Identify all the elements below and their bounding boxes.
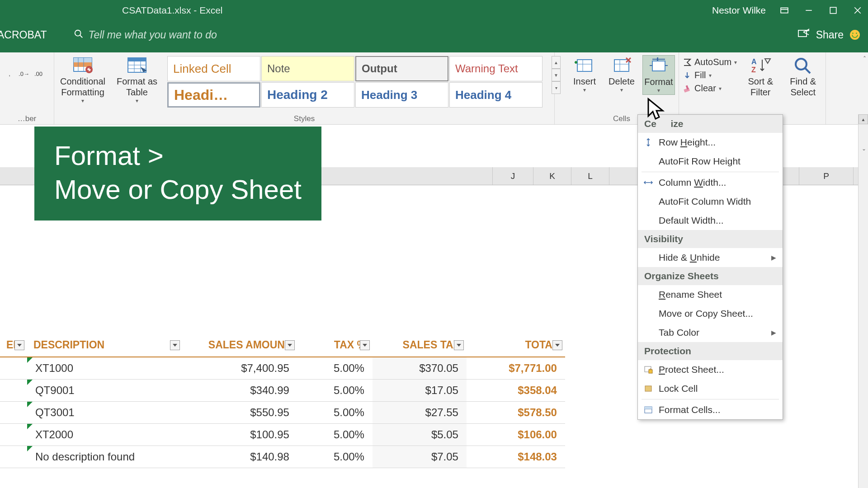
menu-protect-sheet[interactable]: Protect Sheet... xyxy=(638,360,783,379)
filter-button[interactable] xyxy=(14,340,24,350)
style-heading-1[interactable]: Headi… xyxy=(167,82,260,108)
th-sales-tax[interactable]: SALES TAX xyxy=(373,333,467,357)
table-row[interactable]: QT9001$340.995.00%$17.05$358.04 xyxy=(0,380,565,402)
menu-autofit-row[interactable]: AutoFit Row Height xyxy=(638,152,783,171)
style-warning[interactable]: Warning Text xyxy=(449,56,542,81)
menu-rename-sheet[interactable]: Rename Sheet xyxy=(638,285,783,304)
menu-col-width[interactable]: Column Width... xyxy=(638,173,783,192)
th-total[interactable]: TOTAL xyxy=(467,333,565,357)
share-icon[interactable] xyxy=(797,28,810,41)
th-er[interactable]: ER xyxy=(0,333,27,357)
formula-expand-icon[interactable]: ⌄ xyxy=(862,145,866,152)
style-heading-2[interactable]: Heading 2 xyxy=(261,82,354,108)
menu-row-height[interactable]: Row Height... xyxy=(638,133,783,152)
chevron-down-icon: ▾ xyxy=(583,87,586,93)
maximize-icon[interactable] xyxy=(827,5,839,16)
tell-me-placeholder: Tell me what you want to do xyxy=(88,29,217,41)
lock-cell-icon xyxy=(643,384,653,393)
editing-group: AutoSum▾ Fill▾ Clear▾ AZ Sort & Filter F… xyxy=(679,52,826,124)
minimize-icon[interactable] xyxy=(803,5,815,16)
col-header-l[interactable]: L xyxy=(571,167,609,185)
tell-me-search[interactable]: Tell me what you want to do xyxy=(74,29,217,45)
cell-styles-gallery[interactable]: Linked Cell Note Output Warning Text Hea… xyxy=(166,55,551,108)
style-linked-cell[interactable]: Linked Cell xyxy=(167,56,260,81)
th-tax-pct[interactable]: TAX % xyxy=(297,333,373,357)
menu-lock-cell[interactable]: Lock Cell xyxy=(638,379,783,398)
menu-default-width[interactable]: Default Width... xyxy=(638,211,783,230)
filter-button[interactable] xyxy=(170,340,180,350)
vertical-scrollbar[interactable]: ▲ xyxy=(858,114,868,488)
feedback-icon[interactable] xyxy=(850,30,860,40)
decrease-decimal-button[interactable]: .00 xyxy=(33,69,44,79)
ribbon-display-icon[interactable] xyxy=(778,5,790,16)
style-output[interactable]: Output xyxy=(355,56,448,81)
svg-line-7 xyxy=(80,35,83,38)
number-group-label: …ber xyxy=(4,113,50,123)
increase-decimal-button[interactable]: .0→ xyxy=(18,69,30,79)
find-select-button[interactable]: Find & Select xyxy=(784,55,822,98)
svg-rect-36 xyxy=(645,386,651,391)
menu-autofit-col[interactable]: AutoFit Column Width xyxy=(638,192,783,211)
gallery-more[interactable]: ▾ xyxy=(552,81,561,94)
table-row[interactable]: QT3001$550.955.00%$27.55$578.50 xyxy=(0,402,565,424)
th-sales-amount[interactable]: SALES AMOUNT xyxy=(183,333,297,357)
style-heading-4[interactable]: Heading 4 xyxy=(449,82,542,108)
share-button[interactable]: Share xyxy=(816,29,844,41)
window-title: CSATData1.xlsx - Excel xyxy=(122,5,223,16)
svg-rect-3 xyxy=(830,7,836,14)
filter-button[interactable] xyxy=(454,340,464,350)
protect-sheet-icon xyxy=(643,365,653,374)
styles-group-label: Styles xyxy=(58,113,551,123)
format-menu: Cell Size Row Height... AutoFit Row Heig… xyxy=(637,114,783,420)
col-header-p[interactable]: P xyxy=(799,167,854,185)
filter-button[interactable] xyxy=(285,340,295,350)
chevron-down-icon: ▾ xyxy=(81,98,84,104)
autosum-icon xyxy=(683,58,692,66)
filter-button[interactable] xyxy=(552,340,562,350)
svg-rect-21 xyxy=(577,60,592,71)
scroll-up-button[interactable]: ▲ xyxy=(859,114,868,124)
svg-rect-16 xyxy=(128,58,146,61)
delete-button[interactable]: Delete ▾ xyxy=(605,55,638,93)
sort-filter-button[interactable]: AZ Sort & Filter xyxy=(741,55,779,98)
col-header-k[interactable]: K xyxy=(533,167,571,185)
table-row[interactable]: XT2000$100.955.00%$5.05$106.00 xyxy=(0,424,565,446)
mouse-cursor xyxy=(646,97,665,124)
menu-move-copy-sheet[interactable]: Move or Copy Sheet... xyxy=(638,304,783,323)
format-as-table-button[interactable]: Format as Table ▾ xyxy=(112,55,162,104)
svg-rect-39 xyxy=(645,407,652,409)
sort-filter-icon: AZ xyxy=(750,56,771,74)
ribbon-tabs: ACROBAT Tell me what you want to do Shar… xyxy=(0,21,868,52)
fill-button[interactable]: Fill▾ xyxy=(683,70,737,80)
insert-button[interactable]: Insert ▾ xyxy=(568,55,601,93)
autosum-button[interactable]: AutoSum▾ xyxy=(683,57,737,67)
collapse-ribbon-icon[interactable]: ˄ xyxy=(863,55,866,62)
svg-rect-10 xyxy=(74,58,92,62)
style-heading-3[interactable]: Heading 3 xyxy=(355,82,448,108)
menu-format-cells[interactable]: Format Cells... xyxy=(638,400,783,419)
titlebar: CSATData1.xlsx - Excel Nestor Wilke xyxy=(0,0,868,21)
conditional-formatting-button[interactable]: Conditional Formatting ▾ xyxy=(58,55,108,104)
menu-tab-color[interactable]: Tab Color ▶ xyxy=(638,323,783,342)
styles-group: Conditional Formatting ▾ Format as Table… xyxy=(54,52,555,124)
row-height-icon xyxy=(643,138,653,147)
th-description[interactable]: DESCRIPTION xyxy=(27,333,183,357)
format-button[interactable]: Format ▾ xyxy=(642,55,675,95)
menu-hide-unhide[interactable]: Hide & Unhide ▶ xyxy=(638,248,783,267)
col-header-j[interactable]: J xyxy=(493,167,533,185)
svg-rect-27 xyxy=(652,61,665,71)
user-name[interactable]: Nestor Wilke xyxy=(712,5,766,16)
format-as-table-icon xyxy=(126,56,148,74)
table-row[interactable]: XT1000$7,400.955.00%$370.05$7,771.00 xyxy=(0,357,565,380)
close-icon[interactable] xyxy=(852,5,863,16)
insert-icon xyxy=(574,56,595,74)
gallery-scroll-down[interactable]: ▼ xyxy=(552,69,561,81)
table-row[interactable]: No description found$140.985.00%$7.05$14… xyxy=(0,446,565,468)
gallery-scroll-up[interactable]: ▲ xyxy=(552,56,561,69)
filter-button[interactable] xyxy=(360,340,370,350)
style-note[interactable]: Note xyxy=(261,56,354,81)
comma-style-button[interactable]: , xyxy=(4,69,15,79)
clear-button[interactable]: Clear▾ xyxy=(683,83,737,94)
number-group: , .0→ .00 …ber xyxy=(0,52,54,124)
tab-acrobat[interactable]: ACROBAT xyxy=(0,29,56,45)
